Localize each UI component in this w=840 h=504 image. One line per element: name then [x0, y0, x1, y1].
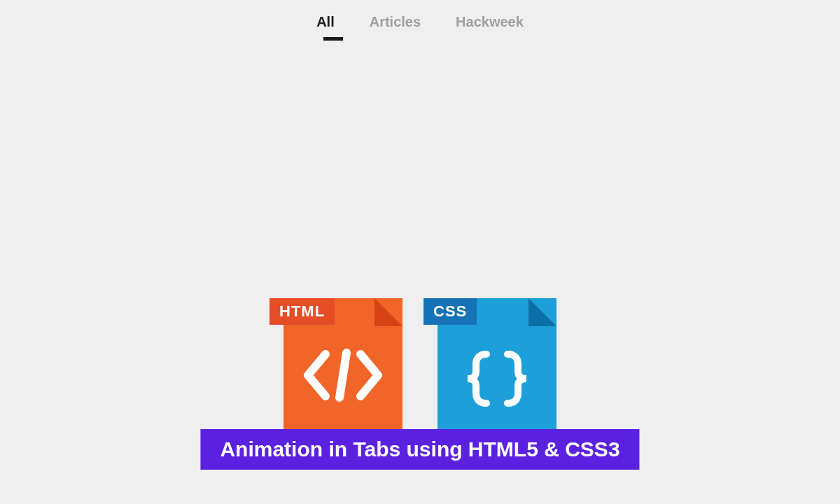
code-brackets-icon	[301, 347, 385, 414]
content-area: HTML CSS	[0, 41, 840, 489]
curly-braces-icon	[455, 347, 539, 421]
tab-hackweek[interactable]: Hackweek	[456, 14, 524, 41]
tab-label: All	[316, 14, 335, 29]
css-file-icon: CSS	[438, 284, 556, 431]
tab-label: Hackweek	[456, 14, 524, 29]
css-label-text: CSS	[433, 302, 467, 320]
tab-all[interactable]: All	[316, 14, 335, 41]
css-label-badge: CSS	[424, 298, 477, 325]
file-icons-row: HTML CSS	[284, 284, 556, 431]
html-label-badge: HTML	[270, 298, 335, 325]
tabs-container: All Articles Hackweek	[0, 0, 840, 41]
tab-label: Articles	[370, 14, 421, 29]
tab-articles[interactable]: Articles	[370, 14, 421, 41]
html-file-icon: HTML	[284, 284, 402, 431]
html-label-text: HTML	[279, 302, 325, 320]
title-banner: Animation in Tabs using HTML5 & CSS3	[200, 429, 639, 470]
banner-title-text: Animation in Tabs using HTML5 & CSS3	[220, 438, 620, 461]
